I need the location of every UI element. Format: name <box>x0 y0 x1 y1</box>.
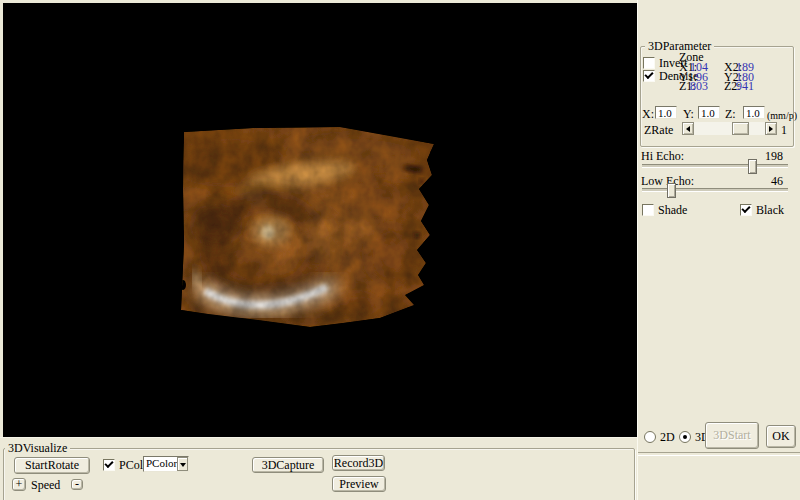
ok-button[interactable]: OK <box>766 425 796 448</box>
3dvisualize-group-title: 3DVisualize <box>5 442 70 454</box>
speed-plus-button[interactable]: + <box>12 478 26 491</box>
scale-x-label: X: <box>642 109 654 120</box>
scale-z-input[interactable] <box>743 106 765 119</box>
black-checkbox-label: Black <box>756 205 784 216</box>
denoise-checkbox-box <box>643 70 655 82</box>
zrate-scroll-right-button[interactable] <box>765 122 777 135</box>
mode-3d-radio-dot <box>679 431 691 443</box>
mode-2d-radio-dot <box>644 431 656 443</box>
zrate-scroll-left-button[interactable] <box>682 122 694 135</box>
chevron-down-icon <box>180 463 186 470</box>
zrate-label: ZRate <box>644 125 673 136</box>
pcolor-dropdown-button[interactable] <box>177 457 188 471</box>
ultrasound-render-3d <box>3 3 637 437</box>
scale-y-label: Y: <box>683 109 694 120</box>
shade-checkbox-label: Shade <box>658 205 687 216</box>
hi-echo-slider[interactable] <box>642 164 788 168</box>
scale-unit-label: (mm/p) <box>767 110 797 121</box>
zone-z2-value: 941 <box>732 81 754 92</box>
zone-z1-value: 803 <box>686 81 708 92</box>
zrate-value: 1 <box>781 125 787 136</box>
left-arrow-icon <box>683 126 690 132</box>
black-checkbox[interactable]: Black <box>740 204 784 216</box>
right-panel-divider <box>638 452 800 456</box>
zrate-scrollbar[interactable] <box>682 122 777 135</box>
parameter-panel: 3DParameter Invert Denoise Zone X1: 104 … <box>638 0 800 500</box>
3dcapture-button[interactable]: 3DCapture <box>252 457 324 473</box>
hi-echo-label: Hi Echo: <box>641 151 684 162</box>
visualize-panel: 3DVisualize StartRotate + Speed - PColor… <box>3 437 637 500</box>
hi-echo-value: 198 <box>753 151 783 162</box>
mode-2d-radio[interactable]: 2D <box>644 431 675 443</box>
hi-echo-thumb[interactable] <box>748 159 757 174</box>
right-arrow-icon <box>769 126 776 132</box>
shade-checkbox[interactable]: Shade <box>642 204 687 216</box>
scale-z-label: Z: <box>725 109 736 120</box>
scale-x-input[interactable] <box>655 106 677 119</box>
app-window: 3DParameter Invert Denoise Zone X1: 104 … <box>0 0 800 500</box>
zrate-scroll-thumb[interactable] <box>732 122 749 135</box>
black-checkbox-box <box>740 204 752 216</box>
pcolor-checkbox-box <box>103 459 115 471</box>
low-echo-thumb[interactable] <box>667 183 676 198</box>
3dvisualize-group: 3DVisualize <box>3 448 635 500</box>
low-echo-value: 46 <box>753 176 783 187</box>
3dstart-button[interactable]: 3DStart <box>705 422 759 449</box>
ultrasound-viewport[interactable] <box>3 3 637 437</box>
speed-label: Speed <box>31 480 60 491</box>
speed-minus-button[interactable]: - <box>71 479 83 490</box>
shade-checkbox-box <box>642 204 654 216</box>
record3d-button[interactable]: Record3D <box>332 455 385 471</box>
start-rotate-button[interactable]: StartRotate <box>14 457 90 474</box>
preview-button[interactable]: Preview <box>332 476 386 492</box>
pcolor-dropdown[interactable]: PColor <box>143 456 189 472</box>
low-echo-slider[interactable] <box>642 188 788 192</box>
pcolor-dropdown-value: PColor <box>144 457 177 471</box>
scale-y-input[interactable] <box>698 106 720 119</box>
invert-checkbox-box <box>643 57 655 69</box>
mode-2d-radio-label: 2D <box>660 432 675 443</box>
